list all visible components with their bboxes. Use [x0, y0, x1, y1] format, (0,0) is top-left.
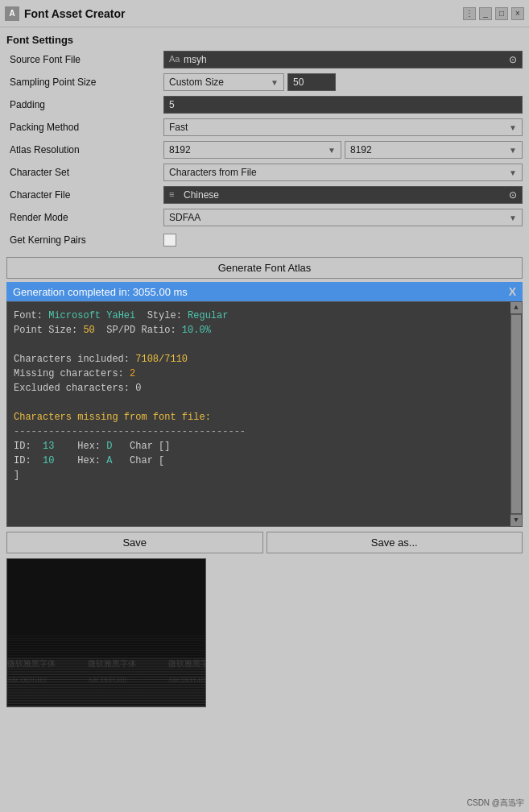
charfile-label: Character File: [6, 189, 163, 201]
log-font-label: Font:: [14, 310, 48, 321]
sampling-label: Sampling Point Size: [6, 77, 163, 88]
log-line-8: Characters missing from font file:: [14, 410, 502, 425]
title-bar-left: A Font Asset Creator: [5, 6, 126, 21]
charset-row: Character Set Characters from File ▼: [6, 162, 523, 183]
log-line-5: Missing characters: 2: [14, 367, 502, 381]
charset-dropdown-text: Characters from File: [169, 167, 257, 178]
font-settings-title: Font Settings: [6, 27, 523, 49]
save-as-button[interactable]: Save as...: [267, 532, 523, 553]
rendermode-dropdown[interactable]: SDFAA ▼: [163, 209, 523, 226]
log-pointsize-label: Point Size:: [14, 325, 83, 336]
log-divider: ----------------------------------------: [14, 426, 246, 437]
log-id13: ID: 13 Hex: D Char []: [14, 441, 170, 452]
sampling-dropdown-arrow: ▼: [271, 78, 279, 87]
maximize-btn[interactable]: □: [495, 7, 508, 20]
scroll-down-btn[interactable]: ▼: [510, 515, 522, 526]
log-font-name: Microsoft YaHei: [48, 310, 135, 321]
atlas-dropdown-1-text: 8192: [169, 144, 191, 155]
packing-dropdown-arrow: ▼: [509, 123, 517, 132]
log-line-10: ID: 13 Hex: D Char []: [14, 439, 502, 454]
charfile-icon: ≡: [169, 189, 180, 201]
sampling-dropdown[interactable]: Custom Size ▼: [163, 73, 284, 91]
log-line-4: Characters included: 7108/7110: [14, 352, 502, 367]
atlas-dropdown-2-text: 8192: [350, 144, 372, 155]
log-line-11: ID: 10 Hex: A Char [: [14, 454, 502, 468]
packing-row: Packing Method Fast ▼: [6, 117, 523, 138]
log-spratio-label: SP/PD Ratio:: [95, 325, 182, 336]
log-bracket: ]: [14, 470, 19, 481]
close-btn[interactable]: ×: [511, 7, 524, 20]
kerning-checkbox[interactable]: [163, 234, 176, 246]
charfile-value: ≡ Chinese ⊙: [163, 186, 523, 204]
padding-row: Padding: [6, 94, 523, 115]
window-controls: ⋮ _ □ ×: [463, 7, 524, 20]
sampling-input[interactable]: [287, 73, 336, 91]
log-missing-label: Missing characters:: [14, 368, 130, 379]
log-chars-included-label: Characters included:: [14, 354, 135, 365]
log-line-1: Font: Microsoft YaHei Style: Regular: [14, 309, 502, 323]
kerning-value: [163, 234, 523, 246]
status-close-btn[interactable]: X: [509, 285, 516, 298]
log-line-2: Point Size: 50 SP/PD Ratio: 10.0%: [14, 323, 502, 338]
atlas-value: 8192 ▼ 8192 ▼: [163, 141, 523, 159]
sampling-value: Custom Size ▼: [163, 73, 523, 91]
rendermode-row: Render Mode SDFAA ▼: [6, 207, 523, 228]
main-panel: Font Settings Source Font File Aa msyh ⊙…: [0, 27, 529, 714]
atlas-dropdown-1-arrow: ▼: [328, 146, 336, 155]
charfile-row: Character File ≡ Chinese ⊙: [6, 184, 523, 205]
app-icon: A: [5, 6, 19, 21]
font-icon: Aa: [169, 54, 180, 65]
log-id10: ID: 10 Hex: A Char [: [14, 455, 164, 466]
log-missing-header: Characters missing from font file:: [14, 412, 211, 423]
log-chars-included-value: 7108/7110: [135, 354, 188, 365]
source-font-input[interactable]: Aa msyh ⊙: [163, 51, 523, 68]
kerning-label: Get Kerning Pairs: [6, 234, 163, 246]
scroll-thumb[interactable]: [511, 315, 521, 513]
padding-label: Padding: [6, 99, 163, 110]
packing-dropdown[interactable]: Fast ▼: [163, 118, 523, 136]
log-scrollbar[interactable]: ▲ ▼: [510, 302, 522, 526]
source-font-text: msyh: [184, 54, 207, 65]
charfile-text: Chinese: [184, 189, 219, 201]
packing-label: Packing Method: [6, 122, 163, 133]
atlas-dropdown-1[interactable]: 8192 ▼: [163, 141, 341, 159]
log-style-label: Style:: [135, 310, 188, 321]
status-message: Generation completed in: 3055.00 ms: [13, 286, 188, 298]
rendermode-dropdown-arrow: ▼: [509, 213, 517, 222]
log-line-3: [14, 338, 502, 352]
menu-dots-btn[interactable]: ⋮: [463, 7, 476, 20]
charfile-target-icon[interactable]: ⊙: [509, 189, 517, 201]
preview-text-overlay: [7, 650, 205, 706]
scroll-up-btn[interactable]: ▲: [510, 302, 522, 313]
log-line-12: ]: [14, 468, 502, 483]
log-line-7: [14, 396, 502, 410]
source-font-label: Source Font File: [6, 54, 163, 65]
rendermode-label: Render Mode: [6, 212, 163, 223]
title-bar: A Font Asset Creator ⋮ _ □ ×: [0, 0, 529, 27]
log-spratio-value: 10.0%: [182, 325, 211, 336]
atlas-dropdown-2[interactable]: 8192 ▼: [345, 141, 523, 159]
sampling-dropdown-text: Custom Size: [169, 77, 224, 88]
minimize-btn[interactable]: _: [479, 7, 492, 20]
log-style-value: Regular: [188, 310, 228, 321]
rendermode-dropdown-text: SDFAA: [169, 212, 200, 223]
padding-input[interactable]: [163, 96, 523, 114]
log-area[interactable]: Font: Microsoft YaHei Style: Regular Poi…: [6, 301, 523, 527]
atlas-row: Atlas Resolution 8192 ▼ 8192 ▼: [6, 139, 523, 160]
generate-button[interactable]: Generate Font Atlas: [6, 257, 523, 279]
padding-value: [163, 96, 523, 114]
charset-value: Characters from File ▼: [163, 164, 523, 181]
source-font-target-icon[interactable]: ⊙: [509, 54, 517, 65]
atlas-label: Atlas Resolution: [6, 144, 163, 155]
charset-dropdown-arrow: ▼: [509, 168, 517, 177]
charfile-input[interactable]: ≡ Chinese ⊙: [163, 186, 523, 204]
watermark: CSDN @高迅宇: [467, 798, 524, 809]
charset-label: Character Set: [6, 167, 163, 178]
atlas-dropdown-2-arrow: ▼: [509, 146, 517, 155]
save-button[interactable]: Save: [6, 532, 263, 553]
packing-value: Fast ▼: [163, 118, 523, 136]
charset-dropdown[interactable]: Characters from File ▼: [163, 164, 523, 181]
source-font-row: Source Font File Aa msyh ⊙: [6, 49, 523, 70]
log-missing-value: 2: [130, 368, 135, 379]
log-line-9: ----------------------------------------: [14, 425, 502, 439]
